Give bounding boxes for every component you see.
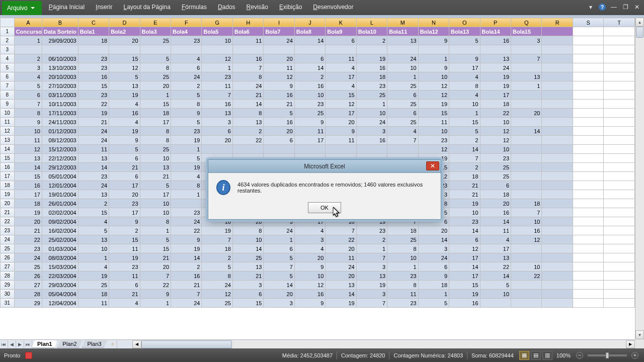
cell[interactable]: 1	[202, 63, 232, 72]
cell[interactable]: 4	[109, 100, 140, 109]
cell[interactable]: 24	[264, 226, 294, 235]
row-header[interactable]: 13	[1, 136, 15, 145]
cell[interactable]: 10	[356, 109, 387, 118]
cell[interactable]: 10	[511, 262, 542, 272]
cell[interactable]	[542, 226, 573, 235]
cell[interactable]: 2	[449, 136, 480, 145]
cell[interactable]: 23	[78, 172, 109, 181]
cell[interactable]	[573, 136, 603, 145]
cell[interactable]: 16	[264, 90, 294, 100]
cell[interactable]: 6	[202, 127, 232, 136]
cell[interactable]: 14	[449, 145, 480, 154]
header-cell[interactable]	[604, 27, 635, 36]
cell[interactable]: 02/02/2004	[42, 208, 78, 217]
cell[interactable]: 12	[264, 72, 294, 81]
row-header[interactable]: 16	[1, 163, 15, 172]
cell[interactable]: 25	[14, 262, 42, 272]
cell[interactable]: 23	[109, 199, 140, 208]
cell[interactable]: 21	[232, 90, 263, 100]
cell[interactable]: 16	[480, 36, 511, 45]
cell[interactable]: 4	[449, 72, 480, 81]
cell[interactable]: 10	[387, 253, 418, 262]
cell[interactable]: 1	[387, 72, 418, 81]
cell[interactable]	[542, 109, 573, 118]
row-header[interactable]: 18	[1, 181, 15, 190]
cell[interactable]: 2	[294, 72, 325, 81]
cell[interactable]: 12	[449, 244, 480, 253]
cell[interactable]: 23	[14, 244, 42, 253]
cell[interactable]: 6	[264, 136, 294, 145]
cell[interactable]	[604, 281, 635, 290]
cell[interactable]: 16	[294, 81, 325, 90]
cell[interactable]	[542, 63, 573, 72]
cell[interactable]: 11	[387, 290, 418, 299]
view-layout-icon[interactable]: ▤	[531, 351, 541, 360]
cell[interactable]: 10	[294, 90, 325, 100]
cell[interactable]: 19	[109, 253, 140, 262]
cell[interactable]	[202, 45, 232, 54]
cell[interactable]: 4	[78, 217, 109, 226]
cell[interactable]	[232, 145, 263, 154]
cell[interactable]	[604, 118, 635, 127]
cell[interactable]: 9	[140, 290, 171, 299]
row-header[interactable]: 29	[1, 281, 15, 290]
cell[interactable]	[604, 54, 635, 63]
column-header[interactable]: A	[14, 18, 42, 27]
cell[interactable]	[202, 145, 232, 154]
cell[interactable]: 25	[232, 253, 263, 262]
cell[interactable]: 6	[387, 90, 418, 100]
cell[interactable]: 4	[294, 244, 325, 253]
cell[interactable]: 6	[264, 244, 294, 253]
cell[interactable]: 23	[171, 208, 202, 217]
cell[interactable]	[604, 145, 635, 154]
cell[interactable]: 3	[232, 281, 263, 290]
cell[interactable]	[511, 118, 542, 127]
cell[interactable]	[542, 90, 573, 100]
cell[interactable]: 23	[387, 299, 418, 308]
cell[interactable]: 23	[480, 154, 511, 163]
cell[interactable]: 25	[294, 109, 325, 118]
cell[interactable]	[573, 199, 603, 208]
cell[interactable]: 1	[140, 299, 171, 308]
cell[interactable]	[604, 36, 635, 45]
cell[interactable]	[511, 145, 542, 154]
column-header[interactable]: K	[326, 18, 356, 27]
sheet-tab[interactable]: Plan3	[82, 340, 107, 348]
cell[interactable]	[604, 90, 635, 100]
column-header[interactable]: G	[202, 18, 232, 27]
cell[interactable]	[542, 72, 573, 81]
cell[interactable]: 7	[511, 54, 542, 63]
row-header[interactable]: 14	[1, 145, 15, 154]
cell[interactable]: 14	[449, 262, 480, 272]
cell[interactable]	[573, 90, 603, 100]
cell[interactable]	[604, 262, 635, 272]
cell[interactable]: 21	[171, 281, 202, 290]
cell[interactable]: 08/12/2003	[42, 136, 78, 145]
cell[interactable]	[604, 127, 635, 136]
header-cell[interactable]: Bola1	[78, 27, 109, 36]
cell[interactable]: 5	[449, 127, 480, 136]
cell[interactable]: 21	[14, 226, 42, 235]
cell[interactable]: 27	[14, 281, 42, 290]
cell[interactable]: 12	[202, 290, 232, 299]
cell[interactable]: 24	[264, 36, 294, 45]
cell[interactable]: 7	[387, 136, 418, 145]
cell[interactable]: 3	[356, 127, 387, 136]
cell[interactable]: 14	[264, 281, 294, 290]
cell[interactable]: 9	[171, 235, 202, 244]
menu-item[interactable]: Exibição	[274, 0, 307, 15]
cell[interactable]: 3	[294, 235, 325, 244]
cell[interactable]: 5	[418, 299, 449, 308]
cell[interactable]: 1	[140, 90, 171, 100]
hscroll-left[interactable]: ◀	[132, 340, 141, 348]
zoom-in-button[interactable]: +	[631, 352, 638, 359]
cell[interactable]	[573, 45, 603, 54]
cell[interactable]: 14	[14, 163, 42, 172]
cell[interactable]	[511, 290, 542, 299]
column-header[interactable]: S	[573, 18, 603, 27]
cell[interactable]	[604, 154, 635, 163]
cell[interactable]: 10	[294, 272, 325, 281]
cell[interactable]: 13	[480, 253, 511, 262]
cell[interactable]	[542, 290, 573, 299]
cell[interactable]: 9	[449, 54, 480, 63]
